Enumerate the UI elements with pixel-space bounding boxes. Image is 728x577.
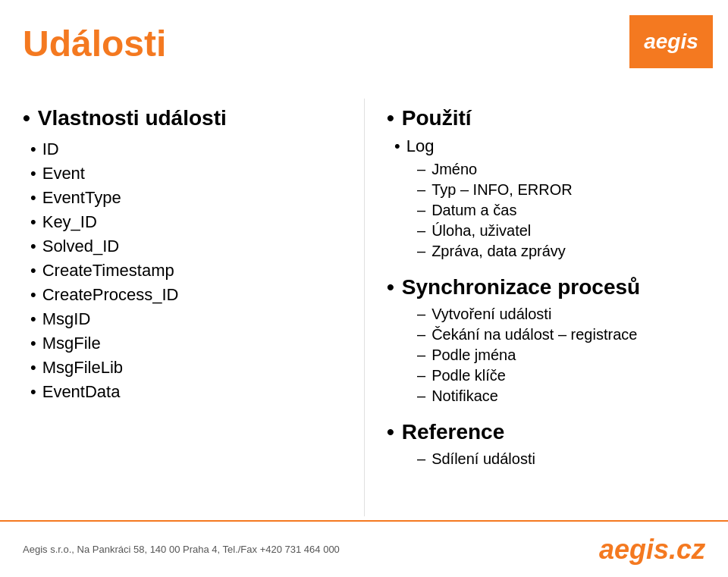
- list-item: MsgFileLib: [30, 358, 341, 378]
- list-item: Typ – INFO, ERROR: [417, 181, 705, 199]
- list-item: Úloha, uživatel: [417, 222, 705, 240]
- list-item: Vytvoření události: [417, 306, 705, 323]
- list-item-log: Log: [394, 136, 705, 156]
- reference-section: Reference Sdílení události: [387, 420, 705, 468]
- list-item: CreateProcess_ID: [30, 285, 341, 305]
- right-column: Použití Log Jméno Typ – INFO, ERROR Datu…: [364, 91, 728, 516]
- main-content: Vlastnosti události ID Event EventType K…: [0, 91, 728, 516]
- sync-subitems: Vytvoření události Čekání na událost – r…: [417, 306, 705, 405]
- pouziti-title: Použití: [387, 106, 705, 130]
- pouziti-section: Použití Log Jméno Typ – INFO, ERROR Datu…: [387, 106, 705, 260]
- list-item: Key_ID: [30, 212, 341, 232]
- list-item: Podle jména: [417, 347, 705, 364]
- list-item: Notifikace: [417, 387, 705, 405]
- properties-list: ID Event EventType Key_ID Solved_ID Crea…: [30, 140, 341, 402]
- list-item: EventData: [30, 382, 341, 402]
- footer-text: Aegis s.r.o., Na Pankráci 58, 140 00 Pra…: [23, 544, 340, 555]
- logo-box: aegis: [629, 15, 713, 68]
- list-item: Sdílení události: [417, 450, 705, 468]
- list-item: CreateTimestamp: [30, 261, 341, 281]
- left-column: Vlastnosti události ID Event EventType K…: [0, 91, 364, 516]
- list-item: ID: [30, 140, 341, 159]
- list-item: MsgFile: [30, 334, 341, 353]
- list-item: Event: [30, 164, 341, 183]
- reference-title: Reference: [387, 420, 705, 444]
- footer-logo: aegis.cz: [599, 534, 705, 566]
- left-section-title: Vlastnosti události: [23, 106, 341, 130]
- sync-section: Synchronizace procesů Vytvoření události…: [387, 275, 705, 405]
- sync-title: Synchronizace procesů: [387, 275, 705, 299]
- page-title: Události: [23, 23, 166, 64]
- list-item: Solved_ID: [30, 237, 341, 256]
- list-item: Jméno: [417, 161, 705, 178]
- reference-subitems: Sdílení události: [417, 450, 705, 468]
- list-item: EventType: [30, 188, 341, 208]
- list-item: Podle klíče: [417, 367, 705, 384]
- logo-text: aegis: [644, 30, 698, 54]
- footer: Aegis s.r.o., Na Pankráci 58, 140 00 Pra…: [0, 520, 728, 577]
- list-item: MsgID: [30, 309, 341, 329]
- list-item: Zpráva, data zprávy: [417, 243, 705, 260]
- log-subitems: Jméno Typ – INFO, ERROR Datum a čas Úloh…: [417, 161, 705, 260]
- list-item: Čekání na událost – registrace: [417, 326, 705, 343]
- pouziti-list: Log: [394, 136, 705, 156]
- list-item: Datum a čas: [417, 202, 705, 219]
